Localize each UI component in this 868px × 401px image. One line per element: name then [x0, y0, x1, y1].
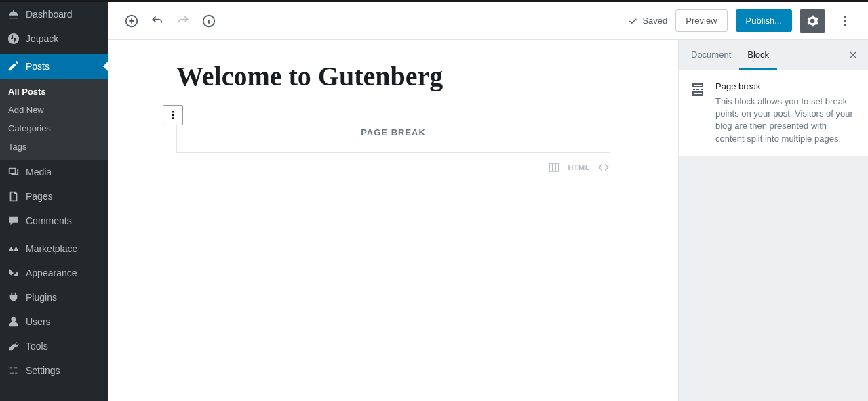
svg-point-9: [172, 117, 174, 119]
marketplace-icon: [7, 242, 20, 255]
columns-icon: [547, 161, 561, 173]
tab-document[interactable]: Document: [683, 40, 739, 70]
svg-rect-10: [550, 163, 559, 171]
save-status: Saved: [627, 16, 667, 26]
saved-label: Saved: [642, 16, 667, 26]
media-icon: [7, 165, 20, 179]
sidebar-sub-categories[interactable]: Categories: [0, 119, 108, 138]
page-break-block[interactable]: PAGE BREAK: [176, 112, 610, 153]
close-icon: [848, 49, 859, 60]
sidebar-label: Settings: [26, 365, 60, 376]
sidebar-label: Dashboard: [26, 9, 73, 20]
sidebar-item-marketplace[interactable]: Marketplace: [0, 236, 108, 261]
html-button[interactable]: HTML: [568, 163, 590, 171]
sidebar-label: Tools: [26, 341, 48, 352]
columns-button[interactable]: [547, 161, 561, 173]
close-inspector-button[interactable]: [838, 43, 868, 67]
code-icon: [597, 161, 610, 173]
sidebar-label: Appearance: [26, 268, 77, 278]
sidebar-item-posts[interactable]: Posts: [0, 54, 108, 79]
sidebar-sub-add-new[interactable]: Add New: [0, 101, 108, 119]
jetpack-icon: [7, 32, 20, 45]
sidebar-label: Plugins: [26, 292, 57, 303]
svg-point-7: [172, 111, 174, 113]
sidebar-label: Comments: [26, 215, 72, 226]
settings-icon: [7, 364, 20, 377]
dashboard-icon: [7, 7, 20, 21]
add-block-button[interactable]: [119, 9, 144, 33]
block-more-button[interactable]: [163, 105, 183, 125]
block-title: Page break: [715, 81, 857, 91]
redo-button[interactable]: [171, 9, 195, 33]
sidebar-label: Jetpack: [26, 33, 58, 44]
info-button[interactable]: [197, 9, 221, 33]
sidebar-label: Posts: [26, 61, 50, 72]
sidebar-item-plugins[interactable]: Plugins: [0, 285, 108, 310]
admin-sidebar: Dashboard Jetpack Posts All Posts Add Ne…: [0, 2, 108, 401]
sidebar-item-settings[interactable]: Settings: [0, 358, 108, 383]
plugins-icon: [7, 291, 20, 304]
sidebar-sub-all-posts[interactable]: All Posts: [0, 83, 108, 101]
sidebar-label: Marketplace: [26, 243, 77, 254]
svg-point-5: [844, 20, 846, 22]
sidebar-item-dashboard[interactable]: Dashboard: [0, 2, 108, 26]
posts-submenu: All Posts Add New Categories Tags: [0, 79, 108, 160]
page-break-icon: [690, 81, 706, 145]
sidebar-sub-tags[interactable]: Tags: [0, 138, 108, 156]
sidebar-item-pages[interactable]: Pages: [0, 184, 108, 209]
svg-point-1: [11, 317, 16, 322]
more-vertical-icon: [167, 110, 178, 121]
svg-point-4: [844, 16, 846, 18]
inspector-panel: Document Block Page break This block all…: [678, 40, 868, 401]
svg-point-6: [844, 24, 846, 26]
settings-button[interactable]: [800, 9, 825, 33]
sidebar-item-users[interactable]: Users: [0, 310, 108, 334]
gear-icon: [806, 14, 819, 28]
tools-icon: [7, 339, 20, 353]
editor-toolbar: Saved Preview Publish...: [108, 2, 868, 40]
block-description: This block allows you to set break point…: [715, 96, 857, 145]
svg-point-0: [8, 33, 19, 44]
sidebar-item-jetpack[interactable]: Jetpack: [0, 26, 108, 51]
posts-icon: [7, 60, 20, 73]
check-icon: [627, 16, 638, 26]
tab-block[interactable]: Block: [739, 40, 777, 70]
sidebar-label: Pages: [26, 191, 53, 202]
pages-icon: [7, 190, 20, 203]
sidebar-item-media[interactable]: Media: [0, 160, 108, 184]
publish-button[interactable]: Publish...: [736, 9, 792, 32]
more-vertical-icon: [838, 14, 852, 28]
editor-canvas[interactable]: Welcome to Gutenberg PAGE BREAK HTML: [108, 40, 678, 401]
post-title[interactable]: Welcome to Gutenberg: [176, 60, 610, 93]
sidebar-item-comments[interactable]: Comments: [0, 209, 108, 233]
sidebar-item-tools[interactable]: Tools: [0, 334, 108, 358]
sidebar-label: Media: [26, 167, 52, 177]
preview-button[interactable]: Preview: [675, 9, 727, 32]
comments-icon: [7, 214, 20, 228]
appearance-icon: [7, 266, 20, 280]
users-icon: [7, 315, 20, 329]
sidebar-label: Users: [26, 316, 51, 327]
sidebar-item-appearance[interactable]: Appearance: [0, 261, 108, 285]
code-button[interactable]: [597, 161, 610, 173]
undo-button[interactable]: [145, 9, 170, 33]
more-button[interactable]: [833, 9, 857, 33]
block-footer-tools: HTML: [176, 161, 610, 173]
svg-point-8: [172, 114, 174, 117]
